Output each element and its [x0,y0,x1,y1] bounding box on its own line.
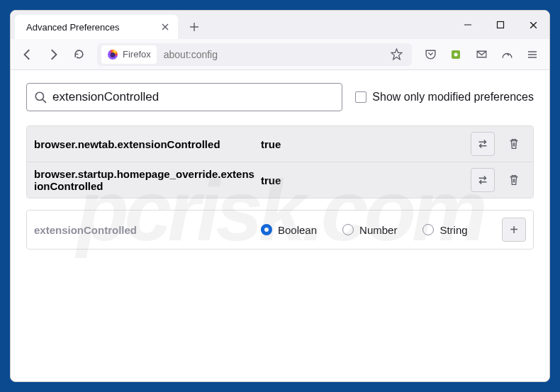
preference-list: browser.newtab.extensionControlled true … [26,125,534,198]
search-box[interactable] [26,83,342,111]
pref-actions [471,168,526,192]
pocket-icon[interactable] [419,43,442,66]
extension-icon[interactable] [444,43,467,66]
bookmark-star-icon[interactable] [385,43,408,66]
add-button[interactable]: + [502,218,526,242]
tab-bar: Advanced Preferences [11,11,549,39]
forward-button[interactable] [42,43,65,66]
show-modified-label: Show only modified preferences [372,91,534,103]
checkbox-icon[interactable] [355,91,366,103]
search-row: Show only modified preferences [26,83,534,111]
firefox-icon [107,49,118,60]
pref-value: true [261,174,471,186]
minimize-button[interactable] [452,11,484,39]
browser-window: Advanced Preferences Firefox about:confi… [10,10,550,382]
close-tab-icon[interactable] [159,21,171,33]
toggle-button[interactable] [471,168,495,192]
pref-actions [471,132,526,156]
swap-icon [476,138,489,150]
identity-label: Firefox [123,49,151,60]
back-button[interactable] [16,43,39,66]
svg-point-4 [454,52,458,56]
svg-point-2 [111,52,116,57]
reload-button[interactable] [67,43,90,66]
pref-row[interactable]: browser.startup.homepage_override.extens… [27,162,533,198]
add-pref-name: extensionControlled [34,224,261,236]
close-window-button[interactable] [517,11,549,39]
plus-icon: + [510,222,518,238]
dashboard-icon[interactable] [495,43,518,66]
radio-icon [422,224,434,235]
tab-title: Advanced Preferences [26,22,159,33]
radio-icon [342,224,354,235]
svg-rect-0 [498,22,504,28]
window-controls [452,11,549,39]
svg-point-5 [35,92,43,100]
pref-value: true [261,138,471,150]
toggle-button[interactable] [471,132,495,156]
add-preference-row: extensionControlled Boolean Number Strin… [26,210,534,250]
delete-button[interactable] [502,132,526,156]
identity-box[interactable]: Firefox [101,45,157,64]
mail-icon[interactable] [470,43,493,66]
type-options: Boolean Number String [261,224,502,236]
trash-icon [508,138,520,150]
search-input[interactable] [52,90,335,104]
swap-icon [476,174,489,186]
type-string-radio[interactable]: String [422,224,467,236]
show-modified-toggle[interactable]: Show only modified preferences [355,91,534,103]
radio-icon [261,224,272,235]
url-text: about:config [164,49,218,60]
menu-button[interactable] [521,43,544,66]
type-boolean-radio[interactable]: Boolean [261,224,317,236]
pref-name: browser.newtab.extensionControlled [34,138,261,150]
tab-advanced-preferences[interactable]: Advanced Preferences [15,15,178,39]
new-tab-button[interactable] [184,16,205,38]
search-icon [34,91,47,103]
url-bar[interactable]: Firefox about:config [97,43,412,66]
maximize-button[interactable] [484,11,517,39]
delete-button[interactable] [502,168,526,192]
nav-toolbar: Firefox about:config [11,39,549,70]
trash-icon [508,174,520,186]
about-config-content: Show only modified preferences browser.n… [11,70,549,381]
pref-name: browser.startup.homepage_override.extens… [34,168,261,192]
pref-row[interactable]: browser.newtab.extensionControlled true [27,126,533,162]
type-number-radio[interactable]: Number [342,224,397,236]
